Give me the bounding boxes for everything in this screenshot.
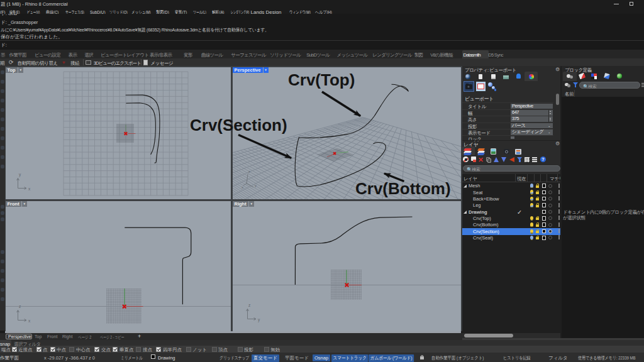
svg-text:x: x <box>242 185 243 189</box>
svg-text:z: z <box>19 304 21 309</box>
svg-text:x: x <box>28 318 31 322</box>
svg-text:x: x <box>28 186 31 190</box>
svg-text:y: y <box>255 184 257 187</box>
svg-text:y: y <box>258 317 260 322</box>
svg-text:z: z <box>248 170 250 173</box>
svg-text:y: y <box>19 172 21 177</box>
svg-text:z: z <box>248 303 250 307</box>
